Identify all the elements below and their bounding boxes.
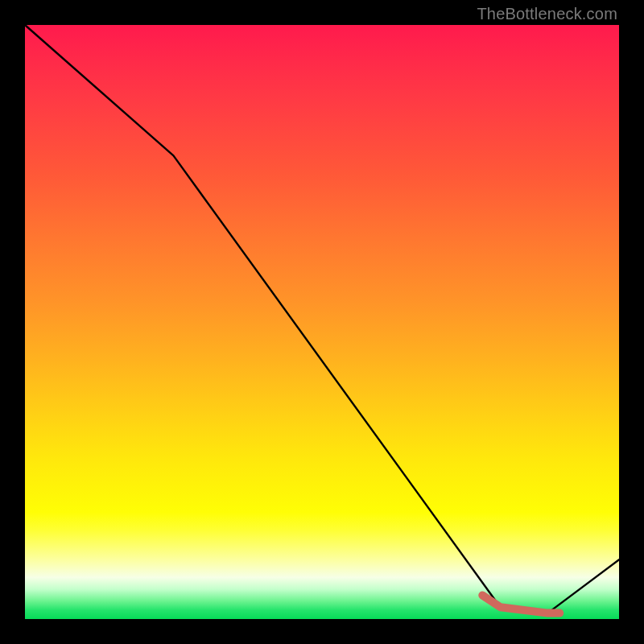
watermark-text: TheBottleneck.com (477, 5, 617, 23)
plot-area (25, 25, 619, 619)
chart-frame: TheBottleneck.com (0, 0, 644, 644)
chart-overlay (25, 25, 619, 619)
bottleneck-curve-line (25, 25, 619, 613)
